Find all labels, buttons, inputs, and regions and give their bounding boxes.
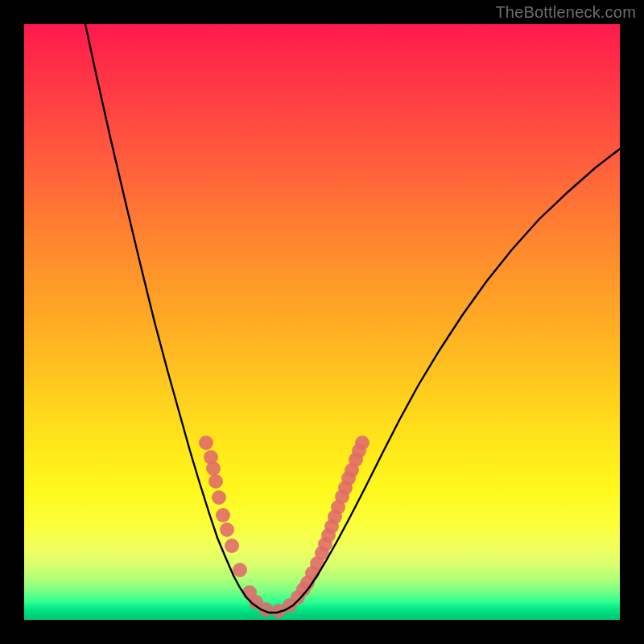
data-marker	[208, 474, 223, 489]
data-marker	[212, 490, 226, 505]
watermark-text: TheBottleneck.com	[495, 3, 636, 22]
data-marker	[220, 522, 234, 537]
data-marker	[199, 436, 213, 450]
curve-layer	[24, 24, 620, 620]
chart-frame: TheBottleneck.com	[0, 0, 644, 644]
data-marker	[225, 539, 239, 553]
data-marker	[216, 508, 230, 522]
data-marker	[355, 436, 369, 450]
data-marker	[206, 461, 221, 476]
plot-area	[24, 24, 620, 620]
data-marker	[233, 563, 247, 577]
v-curve	[85, 24, 620, 613]
